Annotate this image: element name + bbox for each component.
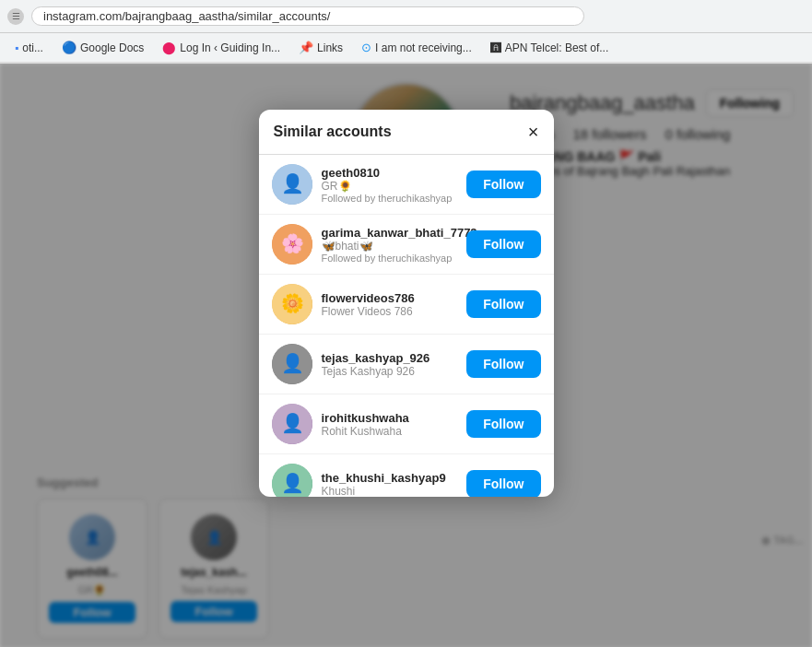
follow-button-4[interactable]: Follow [466,350,540,378]
account-item-khushi: 👤 the_khushi_kashyap9 Khushi Follow [259,454,554,497]
account-displayname-6: Khushi [322,485,458,498]
modal-title: Similar accounts [274,124,392,140]
browser-chrome: ☰ instagram.com/bajrangbaag_aastha/simil… [0,0,812,64]
bookmark-label: Log In ‹ Guiding In... [180,41,280,54]
account-username-3: flowervideos786 [322,291,458,305]
account-avatar-4: 👤 [272,344,312,384]
account-info-6: the_khushi_kashyap9 Khushi [322,471,458,498]
follow-button-2[interactable]: Follow [466,230,540,258]
modal-overlay: Similar accounts × 👤 geeth0810 GR🌻 Follo… [0,64,812,647]
account-avatar-1: 👤 [272,164,312,205]
browser-menu-icon[interactable]: ☰ [7,8,24,25]
att-icon: ⊙ [361,41,371,54]
account-displayname-4: Tejas Kashyap 926 [322,365,458,378]
account-displayname-1: GR🌻 [322,180,458,193]
account-avatar-5: 👤 [272,404,312,444]
modal-close-button[interactable]: × [528,123,539,141]
account-item-rohit: 👤 irohitkushwaha Rohit Kushwaha Follow [259,394,554,454]
bookmark-label: oti... [22,41,43,54]
account-item-geeth0810: 👤 geeth0810 GR🌻 Followed by theruchikash… [259,155,554,215]
account-avatar-3: 🌼 [272,284,312,324]
account-info-1: geeth0810 GR🌻 Followed by theruchikashya… [322,166,458,204]
address-bar: ☰ instagram.com/bajrangbaag_aastha/simil… [0,0,812,33]
bookmark-label: Google Docs [80,41,144,54]
modal-header: Similar accounts × [259,110,554,155]
svg-text:🌼: 🌼 [280,292,303,314]
account-item-tejas: 👤 tejas_kashyap_926 Tejas Kashyap 926 Fo… [259,335,554,394]
docs-icon: 🔵 [62,41,76,54]
bookmark-links[interactable]: 📌 Links [291,39,350,56]
account-username-4: tejas_kashyap_926 [322,351,458,365]
svg-text:👤: 👤 [280,352,303,374]
account-avatar-2: 🌸 [272,224,312,265]
svg-text:🌸: 🌸 [280,232,303,254]
address-input[interactable]: instagram.com/bajrangbaag_aastha/similar… [31,6,584,26]
account-info-5: irohitkushwaha Rohit Kushwaha [322,411,458,438]
similar-accounts-modal: Similar accounts × 👤 geeth0810 GR🌻 Follo… [259,110,554,497]
account-username-5: irohitkushwaha [322,411,458,425]
account-username-2: garima_kanwar_bhati_7773 [322,226,458,240]
bookmark-att[interactable]: ⊙ I am not receiving... [354,39,479,56]
account-username-1: geeth0810 [322,166,458,180]
bookmark-apn[interactable]: 🅰 APN Telcel: Best of... [483,40,617,56]
follow-button-1[interactable]: Follow [466,171,540,198]
account-avatar-6: 👤 [272,464,312,497]
bookmark-guiding[interactable]: ⬤ Log In ‹ Guiding In... [155,39,288,56]
bookmark-oti[interactable]: ▪ oti... [7,40,51,56]
accounts-list[interactable]: 👤 geeth0810 GR🌻 Followed by theruchikash… [259,155,554,497]
account-followed-1: Followed by theruchikashyap [322,193,458,204]
svg-text:👤: 👤 [280,412,303,434]
account-displayname-3: Flower Videos 786 [322,305,458,318]
account-displayname-2: 🦋bhati🦋 [322,240,458,253]
account-info-3: flowervideos786 Flower Videos 786 [322,291,458,318]
account-followed-2: Followed by theruchikashyap [322,253,458,264]
account-displayname-5: Rohit Kushwaha [322,425,458,438]
account-username-6: the_khushi_kashyap9 [322,471,458,485]
page-background: 🙏 bajrangbaag_aastha Following 6 posts 1… [0,64,812,647]
bookmark-icon: ▪ [15,41,18,54]
bookmark-label: I am not receiving... [375,41,472,54]
apn-icon: 🅰 [490,41,501,54]
account-info-4: tejas_kashyap_926 Tejas Kashyap 926 [322,351,458,378]
follow-button-6[interactable]: Follow [466,470,540,497]
follow-button-5[interactable]: Follow [466,410,540,438]
account-item-garima: 🌸 garima_kanwar_bhati_7773 🦋bhati🦋 Follo… [259,215,554,275]
bookmark-label: Links [317,41,343,54]
bookmarks-bar: ▪ oti... 🔵 Google Docs ⬤ Log In ‹ Guidin… [0,33,812,63]
svg-text:👤: 👤 [280,472,303,494]
guiding-icon: ⬤ [162,41,176,54]
pinterest-icon: 📌 [299,41,313,54]
follow-button-3[interactable]: Follow [466,290,540,318]
bookmark-google-docs[interactable]: 🔵 Google Docs [54,39,151,56]
account-info-2: garima_kanwar_bhati_7773 🦋bhati🦋 Followe… [322,226,458,264]
svg-text:👤: 👤 [280,172,303,194]
account-item-flowervideos: 🌼 flowervideos786 Flower Videos 786 Foll… [259,275,554,335]
bookmark-label: APN Telcel: Best of... [505,41,609,54]
